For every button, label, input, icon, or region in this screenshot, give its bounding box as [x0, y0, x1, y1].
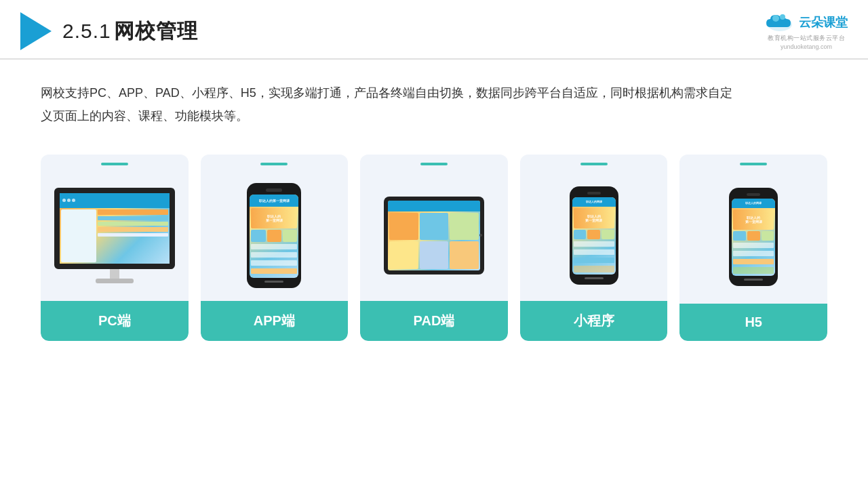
phone-header-mini: 职达人的网课	[572, 197, 616, 207]
monitor-body	[54, 188, 175, 269]
mini-list-1	[574, 241, 614, 247]
phone-screen-app: 职达人的第一堂网课 职达人的第一堂网课	[250, 195, 298, 278]
h5-phone: 职达人的网课 职达人的第一堂网课	[729, 188, 778, 286]
mini-list-3	[574, 258, 614, 263]
card-label-pc: PC端	[41, 301, 189, 341]
card-label-h5: H5	[679, 304, 827, 341]
phone-row-h5	[733, 231, 774, 241]
monitor-stand	[110, 269, 119, 279]
description-text: 网校支持PC、APP、PAD、小程序、H5，实现多端打通，产品各终端自由切换，数…	[0, 60, 780, 141]
phone-screen-h5: 职达人的网课 职达人的第一堂网课	[732, 199, 775, 276]
content-block-1	[98, 209, 168, 215]
card-label-pad: PAD端	[360, 301, 508, 341]
tablet-block-5	[420, 241, 449, 269]
mini-item-3	[601, 230, 614, 239]
tablet-screen	[388, 201, 480, 270]
tablet-camera	[479, 234, 482, 237]
card-label-app: APP端	[201, 301, 349, 341]
tablet-block-6	[450, 241, 479, 269]
phone-home-bar-app	[264, 281, 283, 283]
monitor-screen-top	[60, 193, 170, 208]
svg-point-2	[780, 14, 785, 20]
tablet-body	[384, 197, 484, 274]
card-label-mini: 小程序	[520, 301, 668, 341]
phone-list-4	[251, 268, 297, 274]
phone-banner-text-app: 职达人的第一堂网课	[266, 214, 283, 222]
phone-content-mini: 职达人的第一堂网课	[572, 207, 616, 274]
h5-item-1	[733, 231, 746, 241]
h5-list-2	[733, 251, 774, 256]
phone-notch-h5	[747, 193, 760, 196]
section-number: 2.5.1	[62, 20, 111, 42]
phone-list-1	[251, 244, 297, 249]
h5-list-1	[733, 243, 774, 248]
h5-list-3	[733, 259, 774, 264]
phone-screen-mini: 职达人的网课 职达人的第一堂网课	[572, 197, 616, 274]
mini-list-2	[574, 249, 614, 255]
card-image-mini: 职达人的网课 职达人的第一堂网课	[520, 165, 668, 301]
phone-row-1	[251, 230, 297, 242]
logo-cloud: 云朵课堂	[765, 12, 848, 33]
monitor-dot-2	[67, 199, 71, 202]
monitor-dot-3	[72, 199, 75, 202]
mini-promo	[574, 266, 614, 272]
cloud-icon	[765, 12, 795, 33]
h5-item-3	[762, 231, 774, 241]
card-image-pad	[360, 165, 508, 301]
phone-home-bar-h5	[744, 279, 763, 281]
logo-name: 云朵课堂	[799, 14, 848, 30]
phone-list-2	[251, 252, 297, 258]
phone-list-3	[251, 260, 297, 266]
content-block-3	[98, 222, 168, 226]
mini-item-1	[574, 230, 587, 239]
content-block-2	[98, 216, 168, 220]
logo-subtitle: 教育机构一站式服务云平台	[768, 34, 845, 43]
phone-content-app: 职达人的第一堂网课	[250, 207, 298, 278]
title-text: 网校管理	[114, 20, 198, 42]
tablet-block-4	[389, 241, 418, 269]
tablet-body-content	[388, 211, 480, 270]
monitor-sidebar	[61, 209, 96, 262]
phone-notch-mini	[587, 192, 601, 195]
logo-area: 云朵课堂 教育机构一站式服务云平台 yunduoketang.com	[765, 12, 848, 50]
tablet-block-3	[450, 213, 479, 241]
monitor-dot-1	[62, 199, 66, 202]
phone-item-2	[267, 230, 281, 242]
phone-body-mini: 职达人的网课 职达人的第一堂网课	[570, 186, 618, 285]
phone-home-bar-mini	[585, 277, 604, 279]
h5-item-2	[747, 231, 760, 241]
tablet-block-1	[389, 213, 418, 241]
phone-notch-app	[266, 188, 282, 192]
phone-banner-h5: 职达人的第一堂网课	[733, 209, 774, 230]
header: 2.5.1网校管理 云朵课堂 教育机构一站式服务云平台 yunduoketang…	[0, 0, 868, 60]
phone-banner-app: 职达人的第一堂网课	[251, 208, 297, 228]
phone-item-3	[283, 230, 297, 242]
card-image-pc	[41, 165, 189, 301]
app-phone: 职达人的第一堂网课 职达人的第一堂网课	[247, 183, 301, 288]
monitor-screen	[60, 193, 170, 264]
monitor-base	[96, 279, 134, 283]
phone-row-mini	[574, 230, 614, 239]
card-h5: 职达人的网课 职达人的第一堂网课	[679, 155, 827, 341]
card-app: 职达人的第一堂网课 职达人的第一堂网课	[201, 155, 349, 341]
card-pad: PAD端	[360, 155, 508, 341]
content-block-4	[98, 227, 168, 232]
card-image-app: 职达人的第一堂网课 职达人的第一堂网课	[201, 165, 349, 301]
phone-body-h5: 职达人的网课 职达人的第一堂网课	[729, 188, 778, 286]
svg-point-1	[772, 15, 779, 22]
play-icon	[20, 12, 52, 50]
phone-item-1	[251, 230, 265, 242]
h5-promo	[733, 267, 774, 274]
tablet-header	[388, 201, 480, 211]
phone-body-app: 职达人的第一堂网课 职达人的第一堂网课	[247, 183, 301, 288]
logo-url: yunduoketang.com	[781, 43, 832, 50]
phone-header-app: 职达人的第一堂网课	[250, 195, 298, 207]
card-image-h5: 职达人的网课 职达人的第一堂网课	[679, 165, 827, 304]
header-left: 2.5.1网校管理	[20, 12, 198, 50]
card-pc: PC端	[41, 155, 189, 341]
pc-monitor	[54, 188, 175, 283]
phone-header-h5: 职达人的网课	[732, 199, 775, 208]
mini-item-2	[587, 230, 600, 239]
card-miniprogram: 职达人的网课 职达人的第一堂网课	[520, 155, 668, 341]
page-title: 2.5.1网校管理	[62, 18, 198, 45]
